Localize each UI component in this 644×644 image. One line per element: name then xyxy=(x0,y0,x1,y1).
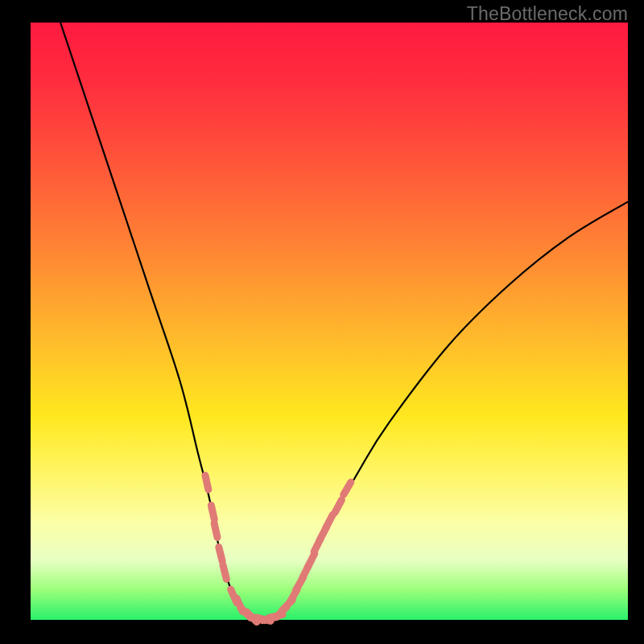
data-marker xyxy=(326,515,332,528)
data-marker xyxy=(308,554,315,567)
data-marker xyxy=(335,500,341,513)
watermark-text: TheBottleneck.com xyxy=(467,3,628,25)
bottleneck-curve xyxy=(60,23,628,621)
data-marker xyxy=(214,523,217,538)
data-marker xyxy=(205,476,208,490)
data-marker xyxy=(223,565,226,579)
chart-frame: TheBottleneck.com xyxy=(0,0,644,644)
plot-area xyxy=(31,23,628,620)
data-marker xyxy=(219,547,222,561)
data-marker xyxy=(344,482,351,495)
curve-layer xyxy=(31,23,628,620)
data-markers xyxy=(205,476,351,622)
data-marker xyxy=(211,506,214,520)
